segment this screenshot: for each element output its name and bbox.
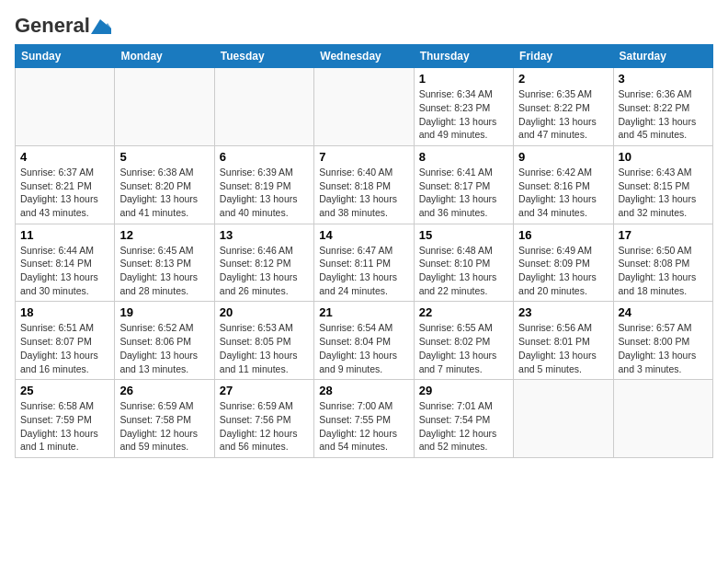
day-number: 21 bbox=[319, 305, 408, 319]
day-info: Sunrise: 6:46 AMSunset: 8:12 PMDaylight:… bbox=[220, 244, 309, 298]
day-number: 1 bbox=[419, 72, 508, 86]
day-info: Sunrise: 6:52 AMSunset: 8:06 PMDaylight:… bbox=[119, 321, 209, 375]
day-number: 13 bbox=[220, 228, 309, 242]
day-info: Sunrise: 6:56 AMSunset: 8:01 PMDaylight:… bbox=[518, 321, 608, 375]
day-number: 26 bbox=[119, 384, 209, 397]
calendar-cell bbox=[16, 68, 115, 146]
day-number: 3 bbox=[619, 72, 708, 86]
calendar-cell: 6Sunrise: 6:39 AMSunset: 8:19 PMDaylight… bbox=[214, 145, 313, 224]
calendar-week-row: 18Sunrise: 6:51 AMSunset: 8:07 PMDayligh… bbox=[16, 302, 713, 380]
calendar-cell: 17Sunrise: 6:50 AMSunset: 8:08 PMDayligh… bbox=[613, 224, 712, 302]
calendar-cell bbox=[314, 68, 414, 146]
day-number: 7 bbox=[319, 150, 408, 164]
calendar-cell bbox=[115, 68, 214, 146]
calendar-cell bbox=[613, 380, 712, 458]
weekday-header-thursday: Thursday bbox=[414, 45, 513, 68]
day-number: 18 bbox=[20, 305, 109, 319]
day-info: Sunrise: 6:58 AMSunset: 7:59 PMDaylight:… bbox=[20, 399, 109, 454]
calendar-cell: 13Sunrise: 6:46 AMSunset: 8:12 PMDayligh… bbox=[214, 224, 313, 302]
weekday-header-monday: Monday bbox=[115, 45, 214, 68]
calendar-header-row: SundayMondayTuesdayWednesdayThursdayFrid… bbox=[16, 45, 713, 68]
day-info: Sunrise: 6:54 AMSunset: 8:04 PMDaylight:… bbox=[319, 321, 408, 375]
calendar-cell: 12Sunrise: 6:45 AMSunset: 8:13 PMDayligh… bbox=[115, 224, 214, 302]
calendar-cell: 20Sunrise: 6:53 AMSunset: 8:05 PMDayligh… bbox=[214, 302, 313, 380]
logo: General bbox=[15, 15, 111, 37]
day-number: 16 bbox=[518, 228, 608, 242]
day-info: Sunrise: 6:45 AMSunset: 8:13 PMDaylight:… bbox=[119, 244, 209, 298]
day-info: Sunrise: 6:49 AMSunset: 8:09 PMDaylight:… bbox=[518, 244, 608, 298]
day-info: Sunrise: 6:51 AMSunset: 8:07 PMDaylight:… bbox=[20, 321, 109, 375]
day-number: 12 bbox=[119, 228, 209, 242]
calendar-cell: 16Sunrise: 6:49 AMSunset: 8:09 PMDayligh… bbox=[514, 224, 613, 302]
day-info: Sunrise: 6:35 AMSunset: 8:22 PMDaylight:… bbox=[518, 87, 608, 142]
weekday-header-tuesday: Tuesday bbox=[214, 45, 313, 68]
calendar-cell: 2Sunrise: 6:35 AMSunset: 8:22 PMDaylight… bbox=[514, 68, 613, 146]
calendar-cell: 19Sunrise: 6:52 AMSunset: 8:06 PMDayligh… bbox=[115, 302, 214, 380]
day-info: Sunrise: 7:01 AMSunset: 7:54 PMDaylight:… bbox=[419, 399, 508, 454]
day-info: Sunrise: 6:34 AMSunset: 8:23 PMDaylight:… bbox=[419, 87, 508, 142]
calendar-cell: 23Sunrise: 6:56 AMSunset: 8:01 PMDayligh… bbox=[514, 302, 613, 380]
calendar-cell: 28Sunrise: 7:00 AMSunset: 7:55 PMDayligh… bbox=[314, 380, 414, 458]
calendar-cell bbox=[514, 380, 613, 458]
day-number: 6 bbox=[220, 150, 309, 164]
day-number: 20 bbox=[220, 305, 309, 319]
calendar-cell: 10Sunrise: 6:43 AMSunset: 8:15 PMDayligh… bbox=[613, 145, 712, 224]
logo-text: General bbox=[15, 15, 111, 37]
calendar-cell: 22Sunrise: 6:55 AMSunset: 8:02 PMDayligh… bbox=[414, 302, 513, 380]
weekday-header-friday: Friday bbox=[514, 45, 613, 68]
day-number: 23 bbox=[518, 305, 608, 319]
day-info: Sunrise: 6:53 AMSunset: 8:05 PMDaylight:… bbox=[220, 321, 309, 375]
weekday-header-wednesday: Wednesday bbox=[314, 45, 414, 68]
day-info: Sunrise: 6:40 AMSunset: 8:18 PMDaylight:… bbox=[319, 166, 408, 220]
calendar-cell: 7Sunrise: 6:40 AMSunset: 8:18 PMDaylight… bbox=[314, 145, 414, 224]
day-number: 19 bbox=[119, 305, 209, 319]
calendar-cell: 18Sunrise: 6:51 AMSunset: 8:07 PMDayligh… bbox=[16, 302, 115, 380]
day-number: 10 bbox=[619, 150, 708, 164]
day-info: Sunrise: 6:59 AMSunset: 7:58 PMDaylight:… bbox=[119, 399, 209, 454]
calendar-cell: 15Sunrise: 6:48 AMSunset: 8:10 PMDayligh… bbox=[414, 224, 513, 302]
calendar-cell: 29Sunrise: 7:01 AMSunset: 7:54 PMDayligh… bbox=[414, 380, 513, 458]
calendar-cell: 25Sunrise: 6:58 AMSunset: 7:59 PMDayligh… bbox=[16, 380, 115, 458]
day-info: Sunrise: 6:50 AMSunset: 8:08 PMDaylight:… bbox=[619, 244, 708, 298]
day-info: Sunrise: 6:55 AMSunset: 8:02 PMDaylight:… bbox=[419, 321, 508, 375]
day-number: 4 bbox=[20, 150, 109, 164]
day-info: Sunrise: 6:39 AMSunset: 8:19 PMDaylight:… bbox=[220, 166, 309, 220]
day-info: Sunrise: 6:44 AMSunset: 8:14 PMDaylight:… bbox=[20, 244, 109, 298]
day-number: 8 bbox=[419, 150, 508, 164]
calendar-week-row: 11Sunrise: 6:44 AMSunset: 8:14 PMDayligh… bbox=[16, 224, 713, 302]
calendar-cell: 3Sunrise: 6:36 AMSunset: 8:22 PMDaylight… bbox=[613, 68, 712, 146]
day-info: Sunrise: 6:59 AMSunset: 7:56 PMDaylight:… bbox=[220, 399, 309, 454]
day-number: 11 bbox=[20, 228, 109, 242]
calendar-cell: 11Sunrise: 6:44 AMSunset: 8:14 PMDayligh… bbox=[16, 224, 115, 302]
calendar-cell: 14Sunrise: 6:47 AMSunset: 8:11 PMDayligh… bbox=[314, 224, 414, 302]
calendar-cell: 1Sunrise: 6:34 AMSunset: 8:23 PMDaylight… bbox=[414, 68, 513, 146]
calendar-cell: 27Sunrise: 6:59 AMSunset: 7:56 PMDayligh… bbox=[214, 380, 313, 458]
day-number: 17 bbox=[619, 228, 708, 242]
calendar-cell: 5Sunrise: 6:38 AMSunset: 8:20 PMDaylight… bbox=[115, 145, 214, 224]
calendar-cell: 4Sunrise: 6:37 AMSunset: 8:21 PMDaylight… bbox=[16, 145, 115, 224]
day-number: 28 bbox=[319, 384, 408, 397]
calendar-cell: 26Sunrise: 6:59 AMSunset: 7:58 PMDayligh… bbox=[115, 380, 214, 458]
day-number: 2 bbox=[518, 72, 608, 86]
day-number: 25 bbox=[20, 384, 109, 397]
day-number: 27 bbox=[220, 384, 309, 397]
calendar-table: SundayMondayTuesdayWednesdayThursdayFrid… bbox=[15, 44, 713, 458]
day-number: 29 bbox=[419, 384, 508, 397]
day-info: Sunrise: 7:00 AMSunset: 7:55 PMDaylight:… bbox=[319, 399, 408, 454]
day-info: Sunrise: 6:37 AMSunset: 8:21 PMDaylight:… bbox=[20, 166, 109, 220]
day-number: 15 bbox=[419, 228, 508, 242]
day-info: Sunrise: 6:36 AMSunset: 8:22 PMDaylight:… bbox=[619, 87, 708, 142]
calendar-cell: 24Sunrise: 6:57 AMSunset: 8:00 PMDayligh… bbox=[613, 302, 712, 380]
weekday-header-sunday: Sunday bbox=[16, 45, 115, 68]
calendar-week-row: 4Sunrise: 6:37 AMSunset: 8:21 PMDaylight… bbox=[16, 145, 713, 224]
logo-icon bbox=[91, 19, 111, 34]
day-info: Sunrise: 6:48 AMSunset: 8:10 PMDaylight:… bbox=[419, 244, 508, 298]
calendar-cell: 8Sunrise: 6:41 AMSunset: 8:17 PMDaylight… bbox=[414, 145, 513, 224]
calendar-cell: 9Sunrise: 6:42 AMSunset: 8:16 PMDaylight… bbox=[514, 145, 613, 224]
calendar-week-row: 1Sunrise: 6:34 AMSunset: 8:23 PMDaylight… bbox=[16, 68, 713, 146]
day-number: 22 bbox=[419, 305, 508, 319]
day-info: Sunrise: 6:57 AMSunset: 8:00 PMDaylight:… bbox=[619, 321, 708, 375]
day-info: Sunrise: 6:38 AMSunset: 8:20 PMDaylight:… bbox=[119, 166, 209, 220]
day-number: 9 bbox=[518, 150, 608, 164]
page-header: General bbox=[15, 15, 713, 37]
